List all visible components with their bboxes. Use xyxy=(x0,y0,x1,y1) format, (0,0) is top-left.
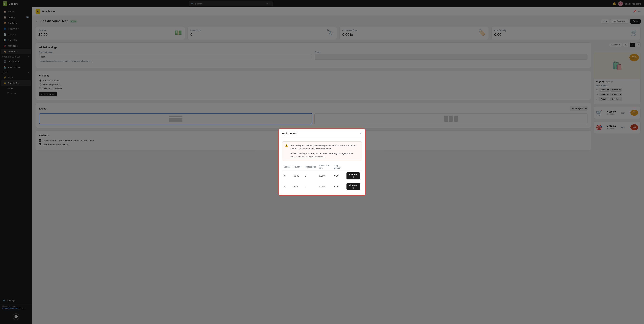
choose-b-button[interactable]: Choose B xyxy=(346,183,360,190)
row-b-impressions: 0 xyxy=(303,181,318,192)
modal-header: End A/B Test × xyxy=(279,129,365,138)
warning-text: After ending the A/B test, the winning v… xyxy=(290,144,359,158)
choose-a-button[interactable]: Choose A xyxy=(346,172,360,180)
col-action xyxy=(345,163,362,171)
warning-line-1: After ending the A/B test, the winning v… xyxy=(290,144,359,150)
ab-test-table: Variant Revenue Impressions Conversion r… xyxy=(282,163,362,192)
warning-box: ⚠️ After ending the A/B test, the winnin… xyxy=(282,141,362,161)
modal-body: ⚠️ After ending the A/B test, the winnin… xyxy=(279,138,365,195)
row-a-variant: A xyxy=(282,170,292,181)
row-b-conversion: 0.00% xyxy=(318,181,332,192)
warning-icon: ⚠️ xyxy=(285,144,288,158)
row-b-revenue: $0.00 xyxy=(292,181,303,192)
row-a-avg-qty: 0.00 xyxy=(332,170,345,181)
col-impressions: Impressions xyxy=(303,163,318,171)
row-b-avg-qty: 0.00 xyxy=(332,181,345,192)
row-a-impressions: 0 xyxy=(303,170,318,181)
modal-overlay: End A/B Test × ⚠️ After ending the A/B t… xyxy=(0,0,644,324)
col-avg-qty: Avg. quantity xyxy=(332,163,345,171)
col-conversion: Conversion rate xyxy=(318,163,332,171)
end-ab-test-modal: End A/B Test × ⚠️ After ending the A/B t… xyxy=(278,128,366,196)
warning-line-2: Before choosing a winner, make sure to s… xyxy=(290,152,359,158)
col-revenue: Revenue xyxy=(292,163,303,171)
table-row-a: A $0.00 0 0.00% 0.00 Choose A xyxy=(282,170,362,181)
table-row-b: B $0.00 0 0.00% 0.00 Choose B xyxy=(282,181,362,192)
row-a-revenue: $0.00 xyxy=(292,170,303,181)
row-a-conversion: 0.00% xyxy=(318,170,332,181)
modal-title: End A/B Test xyxy=(282,132,298,135)
modal-close-button[interactable]: × xyxy=(360,132,362,135)
col-variant: Variant xyxy=(282,163,292,171)
row-b-variant: B xyxy=(282,181,292,192)
